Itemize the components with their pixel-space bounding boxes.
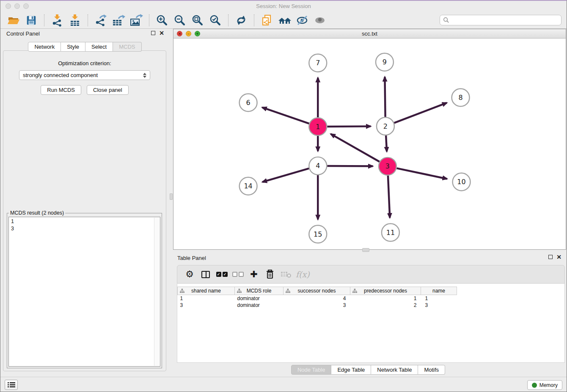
graph-edge[interactable] (262, 168, 309, 182)
network-view-window: ✕ − + scc.txt 7968124314101511 (173, 29, 566, 250)
toolbar-separator (228, 14, 228, 26)
graph-node-label: 3 (385, 162, 390, 170)
graph-edge[interactable] (394, 103, 446, 123)
optimization-criterion-label: Optimization criterion: (3, 60, 166, 66)
graph-edge[interactable] (262, 108, 309, 124)
graph-edge[interactable] (327, 126, 371, 127)
graph-edge[interactable] (385, 77, 385, 117)
export-table-icon[interactable] (111, 13, 126, 28)
toolbar-separator (254, 14, 254, 26)
memory-button[interactable]: Memory (527, 380, 562, 390)
search-field[interactable] (440, 15, 561, 25)
table-cell: 1 (421, 295, 457, 302)
list-icon (8, 382, 15, 388)
graph-edge[interactable] (396, 168, 447, 179)
node-table: shared name MCDS role successor nodes pr… (177, 287, 457, 309)
network-window-title: scc.txt (173, 30, 566, 37)
refresh-icon[interactable] (234, 13, 248, 28)
graph-node-label: 15 (314, 230, 322, 238)
table-tabs: Node Table Edge Table Network Table Moti… (170, 365, 567, 375)
graph-node-label: 1 (316, 123, 320, 131)
graph-node-label: 10 (457, 178, 465, 186)
column-layout-icon[interactable] (199, 268, 212, 281)
criterion-value: strongly connected component (23, 72, 98, 78)
apply-preferred-layout-icon[interactable] (278, 13, 292, 28)
open-session-icon[interactable] (6, 13, 21, 28)
network-graph: 7968124314101511 (173, 39, 566, 249)
import-network-icon[interactable] (50, 13, 64, 28)
add-column-icon[interactable]: ✚ (248, 268, 260, 281)
tab-network-table[interactable]: Network Table (371, 365, 418, 375)
float-panel-icon[interactable] (151, 31, 155, 35)
graph-node-label: 7 (316, 59, 320, 67)
column-header-successor-nodes[interactable]: successor nodes (284, 287, 350, 295)
table-row[interactable]: 1dominator411 (178, 295, 457, 302)
tab-edge-table[interactable]: Edge Table (331, 365, 371, 375)
float-table-panel-icon[interactable] (548, 255, 553, 259)
column-header-shared-name[interactable]: shared name (178, 287, 235, 295)
run-mcds-button[interactable]: Run MCDS (41, 85, 81, 95)
horizontal-splitter-grip[interactable] (362, 248, 369, 252)
import-table-icon[interactable] (68, 13, 82, 28)
tab-select[interactable]: Select (85, 42, 113, 52)
task-history-button[interactable] (5, 380, 18, 390)
optimization-criterion-select[interactable]: strongly connected component (19, 70, 150, 80)
search-input[interactable] (449, 17, 558, 23)
mcds-result-text[interactable]: 1 3 (8, 217, 160, 367)
graph-edge[interactable] (386, 135, 387, 152)
close-panel-button[interactable]: Close panel (87, 85, 129, 95)
column-type-icon (237, 289, 242, 295)
graph-edge[interactable] (327, 166, 373, 166)
column-header-name[interactable]: name (421, 287, 457, 295)
select-all-columns-icon[interactable]: ✓✓ (215, 268, 228, 281)
save-session-icon[interactable] (24, 13, 39, 28)
tab-mcds[interactable]: MCDS (113, 42, 141, 52)
tab-node-table[interactable]: Node Table (291, 365, 332, 375)
graph-edge[interactable] (388, 176, 390, 218)
close-table-panel-icon[interactable]: ✕ (556, 255, 561, 259)
application-window: Session: New Session (0, 0, 567, 392)
settings-gear-icon[interactable]: ⚙ (183, 268, 196, 281)
delete-column-icon[interactable] (264, 268, 276, 281)
memory-status-icon (532, 383, 537, 388)
memory-label: Memory (539, 382, 558, 388)
deselect-all-columns-icon[interactable] (231, 268, 244, 281)
zoom-in-icon[interactable] (155, 13, 169, 28)
export-network-icon[interactable] (94, 13, 108, 28)
tab-style[interactable]: Style (61, 42, 85, 52)
tab-network[interactable]: Network (28, 42, 61, 52)
table-cell: dominator (235, 295, 284, 302)
select-stepper-icon (143, 73, 146, 78)
tab-motifs[interactable]: Motifs (418, 365, 445, 375)
table-panel-title: Table Panel (177, 255, 206, 261)
control-panel-title: Control Panel (6, 30, 40, 37)
graph-edge[interactable] (331, 134, 380, 162)
network-window-titlebar[interactable]: ✕ − + scc.txt (173, 29, 566, 39)
hide-graphics-details-icon[interactable] (295, 13, 310, 28)
network-canvas[interactable]: 7968124314101511 (173, 39, 566, 249)
column-header-predecessor-nodes[interactable]: predecessor nodes (350, 287, 421, 295)
graph-node-label: 4 (316, 162, 320, 170)
table-cell: 2 (350, 302, 421, 309)
column-type-icon (180, 289, 184, 295)
zoom-fit-icon[interactable] (190, 13, 205, 28)
close-panel-icon[interactable]: ✕ (159, 31, 164, 35)
graph-node-label: 9 (383, 58, 387, 66)
new-network-from-selection-icon[interactable] (260, 13, 274, 28)
export-image-icon[interactable] (129, 13, 143, 28)
column-header-mcds-role[interactable]: MCDS role (235, 287, 284, 295)
zoom-selected-icon[interactable] (208, 13, 223, 28)
graph-node-label: 6 (246, 99, 250, 107)
column-type-icon (286, 289, 290, 295)
result-scrollbar[interactable] (154, 218, 160, 366)
show-graphics-details-icon[interactable] (313, 13, 328, 28)
table-cell: dominator (235, 302, 284, 309)
node-table-container: shared name MCDS role successor nodes pr… (177, 284, 565, 363)
table-row[interactable]: 3dominator323 (178, 302, 457, 309)
mcds-panel-body: Optimization criterion: strongly connect… (3, 50, 166, 371)
table-panel: Table Panel ✕ ⚙ ✓✓ ✚ (170, 253, 567, 377)
graph-node-label: 11 (386, 229, 395, 237)
table-cell: 3 (284, 302, 350, 309)
table-cell: 4 (284, 295, 350, 302)
zoom-out-icon[interactable] (173, 13, 187, 28)
